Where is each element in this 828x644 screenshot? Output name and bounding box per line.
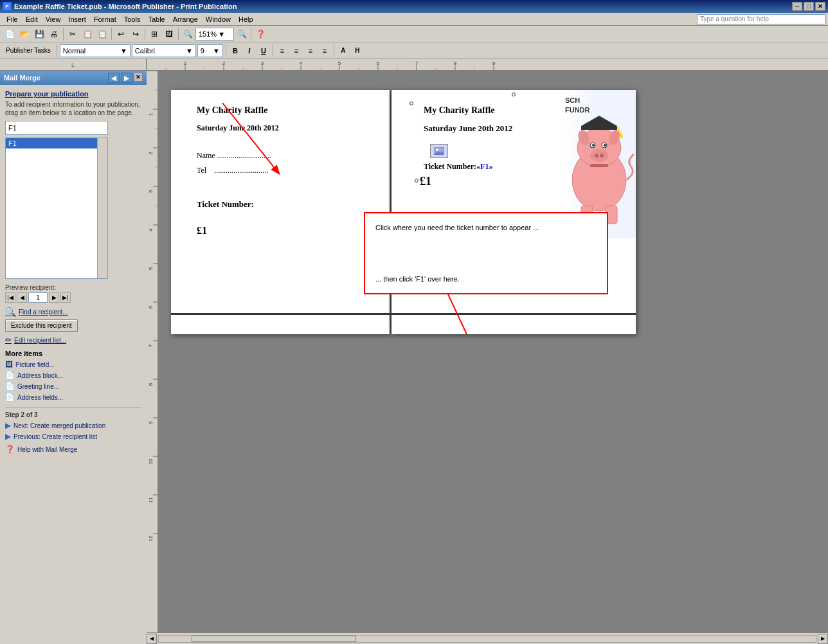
save-button[interactable]: 💾 xyxy=(32,27,46,41)
minimize-button[interactable]: ─ xyxy=(792,2,802,11)
menu-tools[interactable]: Tools xyxy=(120,14,145,24)
exclude-recipient-button[interactable]: Exclude this recipient xyxy=(5,319,78,332)
menu-file[interactable]: File xyxy=(3,14,22,24)
svg-text:4: 4 xyxy=(300,60,303,66)
menu-format[interactable]: Format xyxy=(90,14,120,24)
window-controls[interactable]: ─ □ ✕ xyxy=(792,2,825,11)
field-item-f1[interactable]: F1 xyxy=(6,138,107,148)
sep5 xyxy=(251,28,251,40)
paste-button[interactable]: 📋 xyxy=(95,27,109,41)
hscroll-thumb[interactable] xyxy=(192,636,356,642)
svg-text:FUNDR: FUNDR xyxy=(565,106,590,114)
help-search-box[interactable]: Type a question for help xyxy=(697,14,825,24)
field-list[interactable]: F1 xyxy=(5,138,108,279)
edit-recipient-list-link[interactable]: ✏ Edit recipient list... xyxy=(5,335,141,344)
annotation-box: Click where you need the ticket number t… xyxy=(364,212,608,294)
font-color-button[interactable]: A xyxy=(337,44,350,57)
preview-prev-button[interactable]: ◀ xyxy=(17,292,27,303)
highlight-button[interactable]: H xyxy=(351,44,364,57)
cut-button[interactable]: ✂ xyxy=(66,27,80,41)
field-list-scrollbar[interactable] xyxy=(97,138,107,278)
right-title: My Charity Raffle xyxy=(424,105,494,116)
preview-first-button[interactable]: |◀ xyxy=(5,292,15,303)
menu-window[interactable]: Window xyxy=(202,14,235,24)
menu-insert[interactable]: Insert xyxy=(64,14,90,24)
svg-text:5: 5 xyxy=(148,267,154,270)
name-label: Name xyxy=(197,151,215,160)
svg-point-67 xyxy=(592,144,595,147)
canvas-scroll[interactable]: My Charity Raffle Saturday June 20th 201… xyxy=(158,71,828,632)
insert-picture-button[interactable]: 🖼 xyxy=(162,27,176,41)
left-name: Name ............................ xyxy=(197,151,271,161)
align-left-button[interactable]: ≡ xyxy=(276,44,289,57)
sidebar-close-button[interactable]: ✕ xyxy=(134,73,143,82)
right-bottom-line xyxy=(392,313,636,315)
greeting-line-icon: 📄 xyxy=(5,382,15,391)
insert-table-button[interactable]: ⊞ xyxy=(147,27,161,41)
greeting-line-link[interactable]: 📄 Greeting line... xyxy=(5,382,141,391)
size-dropdown[interactable]: 9 ▼ xyxy=(197,44,223,57)
preview-section: Preview recipient: |◀ ◀ ▶ ▶| xyxy=(5,284,141,303)
address-block-link[interactable]: 📄 Address block... xyxy=(5,371,141,380)
underline-button[interactable]: U xyxy=(257,44,270,57)
menu-arrange[interactable]: Arrange xyxy=(169,14,202,24)
left-price: £1 xyxy=(197,225,207,237)
toolbar-standard: 📄 📂 💾 🖨 ✂ 📋 📋 ↩ ↪ ⊞ 🖼 🔍 151% ▼ 🔍 ❓ xyxy=(0,26,828,42)
align-right-button[interactable]: ≡ xyxy=(304,44,317,57)
field-search-box[interactable]: F1 xyxy=(5,121,108,135)
undo-button[interactable]: ↩ xyxy=(114,27,128,41)
find-recipient-link[interactable]: 🔍 Find a recipient... xyxy=(5,307,141,317)
preview-next-button[interactable]: ▶ xyxy=(49,292,59,303)
prepare-section-title[interactable]: Prepare your publication xyxy=(5,90,141,98)
preview-label: Preview recipient: xyxy=(5,284,141,291)
maximize-button[interactable]: □ xyxy=(804,2,814,11)
address-fields-link[interactable]: 📄 Address fields... xyxy=(5,393,141,402)
redo-button[interactable]: ↪ xyxy=(129,27,143,41)
pages-container: My Charity Raffle Saturday June 20th 201… xyxy=(171,90,815,334)
hscroll-track[interactable] xyxy=(158,635,816,643)
sidebar-forward-button[interactable]: ▶ xyxy=(121,73,132,83)
new-button[interactable]: 📄 xyxy=(3,27,17,41)
print-button[interactable]: 🖨 xyxy=(47,27,61,41)
zoom-in-button[interactable]: 🔍 xyxy=(235,27,249,41)
menu-edit[interactable]: Edit xyxy=(22,14,42,24)
menu-help[interactable]: Help xyxy=(235,14,257,24)
sep-f1 xyxy=(57,44,57,57)
preview-nav: |◀ ◀ ▶ ▶| xyxy=(5,292,141,303)
svg-point-65 xyxy=(600,154,604,157)
address-block-icon: 📄 xyxy=(5,371,15,380)
bold-button[interactable]: B xyxy=(229,44,242,57)
help-mail-merge-link[interactable]: ❓ Help with Mail Merge xyxy=(5,445,141,454)
publisher-tasks-button[interactable]: Publisher Tasks xyxy=(3,45,54,56)
help-button[interactable]: ❓ xyxy=(253,27,267,41)
left-tel: Tel ............................ xyxy=(197,166,268,175)
scroll-right-button[interactable]: ▶ xyxy=(818,634,828,644)
close-button[interactable]: ✕ xyxy=(815,2,825,11)
next-step-link[interactable]: ▶ Next: Create merged publication xyxy=(5,421,141,430)
prev-step-link[interactable]: ▶ Previous: Create recipient list xyxy=(5,432,141,441)
page-left: My Charity Raffle Saturday June 20th 201… xyxy=(171,90,390,334)
font-dropdown[interactable]: Calibri ▼ xyxy=(132,44,196,57)
style-chevron: ▼ xyxy=(120,47,127,55)
align-center-button[interactable]: ≡ xyxy=(290,44,303,57)
preview-last-button[interactable]: ▶| xyxy=(60,292,71,303)
align-justify-button[interactable]: ≡ xyxy=(318,44,331,57)
scroll-left-button[interactable]: ◀ xyxy=(147,634,157,644)
zoom-out-button[interactable]: 🔍 xyxy=(181,27,195,41)
ruler-horizontal: 1 2 3 4 5 6 7 8 9 xyxy=(147,59,828,71)
svg-text:7: 7 xyxy=(148,344,154,347)
sidebar-back-button[interactable]: ◀ xyxy=(108,73,120,83)
style-dropdown[interactable]: Normal ▼ xyxy=(60,44,130,57)
svg-text:11: 11 xyxy=(148,497,154,503)
open-button[interactable]: 📂 xyxy=(17,27,32,41)
picture-field-link[interactable]: 🖼 Picture field... xyxy=(5,360,141,369)
window-title: Example Raffle Ticket.pub - Microsoft Pu… xyxy=(14,3,237,10)
menu-view[interactable]: View xyxy=(42,14,65,24)
zoom-dropdown[interactable]: 151% ▼ xyxy=(195,28,234,40)
copy-button[interactable]: 📋 xyxy=(80,27,94,41)
hscrollbar: ◀ ▶ xyxy=(147,632,828,644)
menu-table[interactable]: Table xyxy=(144,14,168,24)
italic-button[interactable]: I xyxy=(243,44,256,57)
preview-number-input[interactable] xyxy=(28,292,48,303)
ruler-h-svg: 1 2 3 4 5 6 7 8 9 xyxy=(147,59,828,71)
